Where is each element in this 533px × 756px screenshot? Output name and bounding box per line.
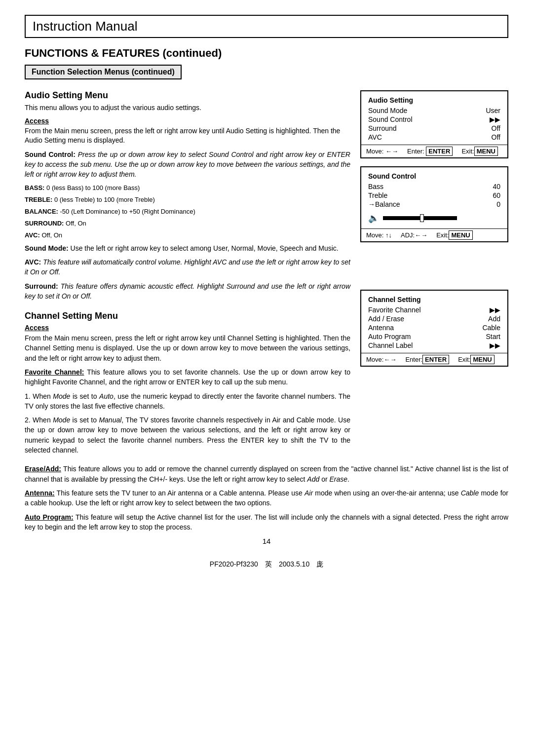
sound-control-box-title: Sound Control — [368, 172, 500, 180]
main-title: FUNCTIONS & FEATURES (continued) — [25, 47, 508, 60]
channel-setting-title: Channel Setting Menu — [25, 311, 350, 321]
page-header: Instruction Manual — [25, 15, 508, 38]
sound-control-footer: Move: ↑↓ ADJ:←→ Exit:MENU — [361, 228, 507, 241]
treble-info: TREBLE: 0 (less Treble) to 100 (more Tre… — [25, 195, 350, 204]
channel-access-text: From the Main menu screen, press the lef… — [25, 333, 350, 363]
section-label: Function Selection Menus (continued) — [25, 65, 182, 79]
slider-area: 🔈 — [368, 213, 500, 224]
audio-access-text: From the Main menu screen, press the lef… — [25, 126, 350, 146]
menu-row-favorite: Favorite Channel ▶▶ — [368, 305, 500, 314]
audio-menu-box-title: Audio Setting — [368, 96, 500, 104]
menu-row-surround: Surround Off — [368, 124, 500, 133]
page-title: Instruction Manual — [33, 19, 137, 34]
bottom-note: PF2020-Pf3230 英 2003.5.10 庞 — [25, 560, 508, 569]
menu-row-add-erase: Add / Erase Add — [368, 314, 500, 323]
menu-row-channel-label: Channel Label ▶▶ — [368, 341, 500, 350]
favorite-channel-para: Favorite Channel: This feature allows yo… — [25, 367, 350, 387]
note2-para: 2. When Mode is set to Manual, The TV st… — [25, 415, 350, 455]
sound-mode-para: Sound Mode: Use the left or right arrow … — [25, 243, 350, 253]
menu-row-sound-mode: Sound Mode User — [368, 106, 500, 115]
menu-row-sound-control: Sound Control ▶▶ — [368, 115, 500, 124]
audio-menu-footer: Move: ←→ Enter: ENTER Exit:MENU — [361, 145, 507, 157]
menu-row-antenna: Antenna Cable — [368, 323, 500, 332]
sound-control-para: Sound Control: Press the up or down arro… — [25, 150, 350, 180]
page-number: 14 — [25, 537, 508, 545]
antenna-para: Antenna: This feature sets the TV tuner … — [25, 488, 508, 508]
channel-menu-box: Channel Setting Favorite Channel ▶▶ Add … — [360, 290, 508, 367]
channel-menu-box-title: Channel Setting — [368, 296, 500, 303]
menu-row-auto-prog: Auto Program Start — [368, 332, 500, 341]
surround-para: Surround: This feature offers dynamic ac… — [25, 281, 350, 302]
menu-row-avc: AVC Off — [368, 133, 500, 142]
surround-info: SURROUND: Off, On — [25, 219, 350, 228]
erase-add-para: Erase/Add: This feature allows you to ad… — [25, 464, 508, 484]
note1-para: 1. When Mode is set to Auto, use the num… — [25, 391, 350, 412]
audio-setting-title: Audio Setting Menu — [25, 90, 350, 101]
bass-info: BASS: 0 (less Bass) to 100 (more Bass) — [25, 184, 350, 192]
channel-menu-footer: Move:←→ Enter:ENTER Exit:MENU — [361, 353, 507, 366]
slider-track — [383, 216, 457, 220]
auto-program-para: Auto Program: This feature will setup th… — [25, 512, 508, 532]
avc-info: AVC: Off, On — [25, 231, 350, 240]
menu-row-balance: →Balance 0 — [368, 200, 500, 209]
slider-handle — [420, 214, 424, 222]
menu-row-treble: Treble 60 — [368, 191, 500, 200]
avc-para: AVC: This feature will automatically con… — [25, 257, 350, 277]
menu-row-bass: Bass 40 — [368, 182, 500, 191]
speaker-icon: 🔈 — [368, 213, 379, 224]
sound-control-box: Sound Control Bass 40 Treble 60 →Balance… — [360, 166, 508, 242]
balance-info: BALANCE: -50 (Left Dominance) to +50 (Ri… — [25, 207, 350, 216]
audio-access-label: Access — [25, 117, 350, 125]
audio-menu-box: Audio Setting Sound Mode User Sound Cont… — [360, 90, 508, 158]
audio-intro: This menu allows you to adjust the vario… — [25, 103, 350, 113]
channel-access-label: Access — [25, 324, 350, 332]
